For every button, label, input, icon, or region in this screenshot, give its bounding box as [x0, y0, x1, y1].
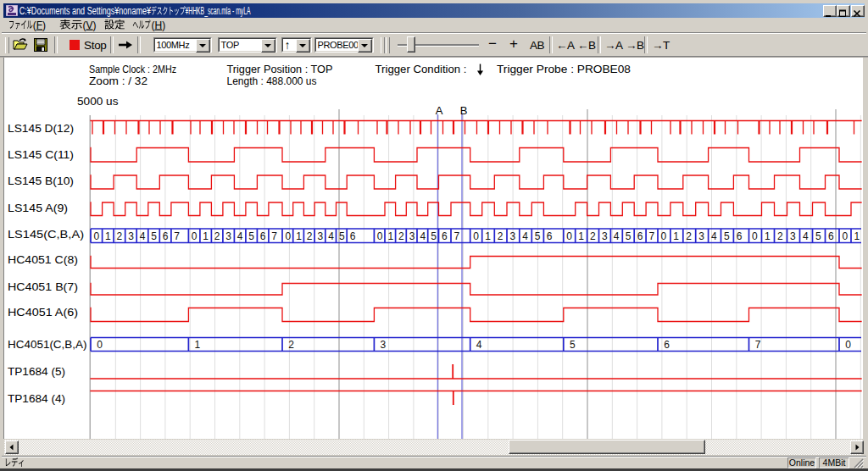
svg-text:0: 0 — [473, 230, 479, 242]
svg-text:Trigger Probe : PROBE08: Trigger Probe : PROBE08 — [497, 64, 631, 75]
svg-text:5: 5 — [339, 230, 345, 242]
svg-text:LS145 D(12): LS145 D(12) — [8, 123, 74, 135]
svg-text:A: A — [436, 104, 443, 117]
svg-text:Trigger Condition :: Trigger Condition : — [376, 64, 467, 75]
svg-text:LS145(C,B,A): LS145(C,B,A) — [8, 229, 84, 241]
svg-text:C:¥Documents and Settings¥nona: C:¥Documents and Settings¥noname¥ — [19, 5, 151, 17]
svg-text:1: 1 — [854, 230, 860, 242]
svg-text:4: 4 — [237, 230, 243, 242]
svg-text:0: 0 — [97, 339, 103, 351]
svg-text:7: 7 — [174, 230, 180, 242]
svg-text:0: 0 — [93, 230, 99, 242]
svg-text:3: 3 — [409, 230, 415, 242]
svg-text:4: 4 — [711, 230, 717, 242]
svg-text:7: 7 — [755, 339, 761, 351]
svg-text:5: 5 — [815, 230, 821, 242]
svg-text:6: 6 — [442, 230, 448, 242]
svg-text:4: 4 — [522, 230, 528, 242]
svg-text:6: 6 — [350, 230, 356, 242]
svg-text:6: 6 — [828, 230, 834, 242]
svg-text:0: 0 — [842, 230, 848, 242]
svg-text:5: 5 — [570, 339, 576, 351]
svg-text:2: 2 — [777, 230, 783, 242]
svg-text:Zoom : / 32: Zoom : / 32 — [89, 75, 147, 87]
svg-text:0: 0 — [377, 230, 383, 242]
svg-text:TP1684 (5): TP1684 (5) — [8, 366, 65, 378]
svg-text:4: 4 — [140, 230, 146, 242]
svg-text:2: 2 — [117, 230, 123, 242]
svg-text:6: 6 — [163, 230, 169, 242]
svg-text:4: 4 — [614, 230, 620, 242]
svg-text:6: 6 — [260, 230, 266, 242]
svg-text:3: 3 — [318, 230, 324, 242]
svg-text:4: 4 — [420, 230, 426, 242]
svg-text:Sample Clock : 2MHz: Sample Clock : 2MHz — [89, 64, 176, 75]
svg-text:6: 6 — [547, 230, 553, 242]
svg-text:3: 3 — [225, 230, 231, 242]
svg-text:Trigger Position : TOP: Trigger Position : TOP — [227, 64, 333, 75]
svg-text:7: 7 — [453, 230, 459, 242]
svg-text:5: 5 — [724, 230, 730, 242]
svg-text:3: 3 — [381, 339, 387, 351]
svg-text:1: 1 — [203, 230, 209, 242]
svg-text:2: 2 — [307, 230, 313, 242]
svg-text:2: 2 — [686, 230, 692, 242]
svg-text:0: 0 — [845, 339, 851, 351]
svg-text:2: 2 — [590, 230, 596, 242]
svg-text:1: 1 — [485, 230, 491, 242]
svg-text:0: 0 — [285, 230, 291, 242]
svg-text:5: 5 — [248, 230, 254, 242]
svg-text:4: 4 — [476, 339, 482, 351]
svg-text:Length : 488.000 us: Length : 488.000 us — [227, 75, 317, 87]
svg-text:(F): (F) — [33, 19, 46, 31]
svg-text:0: 0 — [192, 230, 198, 242]
svg-text:7: 7 — [271, 230, 277, 242]
svg-text:LS145 C(11): LS145 C(11) — [8, 149, 74, 161]
svg-text:(V): (V) — [83, 19, 97, 31]
svg-text:3: 3 — [509, 230, 515, 242]
svg-text:4: 4 — [328, 230, 334, 242]
svg-text:1: 1 — [765, 230, 771, 242]
svg-text:¥HHKB_scan.mla - myLA: ¥HHKB_scan.mla - myLA — [185, 5, 251, 17]
svg-text:4: 4 — [803, 230, 809, 242]
svg-text:6: 6 — [637, 230, 643, 242]
svg-text:3: 3 — [698, 230, 704, 242]
svg-text:1: 1 — [673, 230, 679, 242]
svg-text:0: 0 — [566, 230, 572, 242]
svg-text:2: 2 — [288, 339, 294, 351]
svg-text:6: 6 — [664, 339, 670, 351]
svg-text:5000 us: 5000 us — [77, 96, 119, 108]
svg-text:1: 1 — [195, 339, 201, 351]
svg-text:HC4051 A(6): HC4051 A(6) — [8, 307, 78, 319]
svg-text:3: 3 — [128, 230, 134, 242]
svg-text:LS145 A(9): LS145 A(9) — [8, 202, 68, 214]
svg-text:3: 3 — [790, 230, 796, 242]
svg-text:0: 0 — [752, 230, 758, 242]
svg-text:HC4051 B(7): HC4051 B(7) — [8, 281, 78, 293]
svg-text:5: 5 — [151, 230, 157, 242]
svg-text:3: 3 — [602, 230, 608, 242]
svg-text:1: 1 — [387, 230, 393, 242]
svg-text:5: 5 — [535, 230, 541, 242]
svg-text:2: 2 — [398, 230, 404, 242]
svg-text:(H): (H) — [152, 19, 166, 31]
svg-text:2: 2 — [498, 230, 504, 242]
svg-text:5: 5 — [626, 230, 632, 242]
svg-text:HC4051(C,B,A): HC4051(C,B,A) — [8, 339, 87, 351]
svg-text:1: 1 — [296, 230, 302, 242]
svg-text:LS145 B(10): LS145 B(10) — [8, 175, 74, 187]
svg-text:B: B — [460, 104, 468, 117]
svg-text:5: 5 — [431, 230, 437, 242]
svg-text:1: 1 — [578, 230, 584, 242]
svg-text:6: 6 — [737, 230, 743, 242]
svg-text:2: 2 — [214, 230, 220, 242]
svg-text:7: 7 — [649, 230, 655, 242]
svg-text:HC4051 C(8): HC4051 C(8) — [8, 254, 78, 266]
svg-text:0: 0 — [660, 230, 666, 242]
svg-text:TP1684 (4): TP1684 (4) — [8, 393, 65, 405]
svg-text:1: 1 — [105, 230, 111, 242]
